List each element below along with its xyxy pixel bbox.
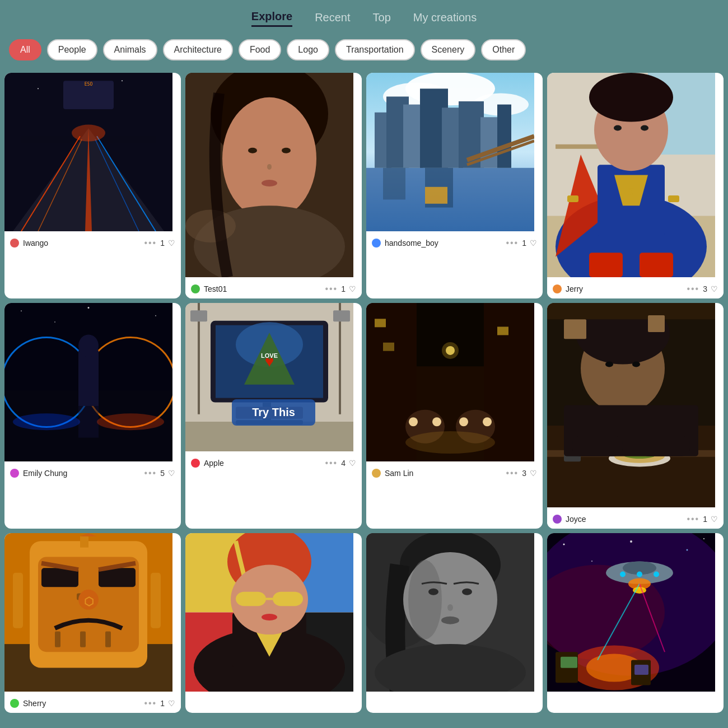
filter-people[interactable]: People bbox=[47, 39, 97, 60]
more-options[interactable]: ••• bbox=[506, 238, 519, 248]
heart-icon[interactable]: ♡ bbox=[530, 239, 537, 248]
heart-icon[interactable]: ♡ bbox=[168, 699, 175, 708]
try-this-button[interactable]: Try This bbox=[232, 399, 315, 426]
svg-point-167 bbox=[563, 544, 565, 545]
more-options[interactable]: ••• bbox=[144, 698, 157, 708]
card-c4[interactable]: S Jerry ••• bbox=[547, 73, 724, 298]
heart-icon[interactable]: ♡ bbox=[711, 284, 718, 293]
svg-rect-117 bbox=[640, 436, 690, 456]
card-image bbox=[366, 303, 543, 464]
card-image bbox=[185, 533, 362, 694]
card-c11[interactable] bbox=[366, 533, 543, 713]
filter-architecture[interactable]: Architecture bbox=[163, 39, 233, 60]
nav-top[interactable]: Top bbox=[373, 11, 391, 26]
more-options[interactable]: ••• bbox=[144, 238, 157, 248]
svg-rect-92 bbox=[383, 343, 394, 351]
filter-transportation[interactable]: Transportation bbox=[335, 39, 415, 60]
nav-my-creations[interactable]: My creations bbox=[413, 11, 477, 26]
card-c3[interactable]: handsome_boy ••• 1 ♡ bbox=[366, 73, 543, 298]
card-user-info: handsome_boy bbox=[372, 239, 438, 248]
card-footer: Sam Lin ••• 3 ♡ bbox=[366, 464, 543, 483]
svg-rect-132 bbox=[55, 631, 60, 647]
more-options[interactable]: ••• bbox=[325, 284, 338, 294]
svg-rect-118 bbox=[547, 303, 715, 319]
card-footer: Iwango ••• 1 ♡ bbox=[4, 234, 181, 253]
svg-point-114 bbox=[632, 362, 640, 367]
heart-icon[interactable]: ♡ bbox=[530, 469, 537, 478]
more-options[interactable]: ••• bbox=[325, 458, 338, 468]
card-image bbox=[547, 303, 724, 510]
svg-point-102 bbox=[405, 431, 495, 454]
card-actions: ••• 1 ♡ bbox=[325, 284, 356, 294]
svg-point-151 bbox=[262, 614, 277, 620]
filter-animals[interactable]: Animals bbox=[103, 39, 157, 60]
card-footer: Test01 ••• 1 ♡ bbox=[185, 279, 362, 298]
card-actions: ••• 1 ♡ bbox=[144, 698, 175, 708]
svg-point-66 bbox=[97, 413, 164, 430]
username: Emily Chung bbox=[23, 469, 67, 478]
card-c10[interactable] bbox=[185, 533, 362, 713]
nav-recent[interactable]: Recent bbox=[315, 11, 350, 26]
svg-point-16 bbox=[222, 97, 316, 220]
svg-rect-134 bbox=[105, 631, 111, 647]
svg-rect-136 bbox=[151, 573, 161, 628]
filter-logo[interactable]: Logo bbox=[287, 39, 329, 60]
card-c5[interactable]: Emily Chung ••• 5 ♡ bbox=[4, 303, 181, 529]
card-c6[interactable]: ♥ LOVE Try This Apple bbox=[185, 303, 362, 529]
card-user-info: Jerry bbox=[553, 284, 583, 293]
avatar bbox=[553, 515, 562, 524]
like-count: 4 bbox=[341, 459, 346, 468]
svg-point-95 bbox=[446, 346, 455, 355]
svg-rect-41 bbox=[425, 187, 447, 204]
avatar bbox=[10, 239, 19, 248]
svg-rect-85 bbox=[333, 310, 350, 321]
svg-rect-90 bbox=[484, 303, 534, 461]
filter-food[interactable]: Food bbox=[239, 39, 281, 60]
card-image: S bbox=[547, 73, 724, 279]
more-options[interactable]: ••• bbox=[144, 468, 157, 478]
svg-rect-64 bbox=[78, 406, 99, 438]
username: Sherry bbox=[23, 699, 46, 708]
card-user-info: Iwango bbox=[10, 239, 48, 248]
filter-other[interactable]: Other bbox=[481, 39, 526, 60]
svg-rect-185 bbox=[634, 665, 648, 675]
svg-rect-120 bbox=[648, 315, 665, 332]
card-c12[interactable] bbox=[547, 533, 724, 713]
card-c2[interactable]: Test01 ••• 1 ♡ bbox=[185, 73, 362, 298]
card-image bbox=[547, 533, 724, 694]
card-image bbox=[366, 73, 543, 234]
svg-point-63 bbox=[78, 334, 99, 357]
filter-all[interactable]: All bbox=[9, 39, 41, 60]
card-actions: ••• 4 ♡ bbox=[325, 458, 356, 468]
svg-point-100 bbox=[459, 417, 468, 426]
card-c7[interactable]: Sam Lin ••• 3 ♡ bbox=[366, 303, 543, 529]
heart-icon[interactable]: ♡ bbox=[168, 469, 175, 478]
heart-icon[interactable]: ♡ bbox=[349, 459, 356, 468]
card-c8[interactable]: Joyce ••• 1 ♡ bbox=[547, 303, 724, 529]
nav-explore[interactable]: Explore bbox=[251, 10, 292, 27]
more-options[interactable]: ••• bbox=[687, 514, 699, 524]
card-c9[interactable]: ⬡ Sherry ••• 1 ♡ bbox=[4, 533, 181, 713]
svg-rect-149 bbox=[273, 592, 303, 606]
card-c1[interactable]: ESO Iwango ••• 1 ♡ bbox=[4, 73, 181, 298]
svg-point-113 bbox=[605, 362, 613, 367]
avatar bbox=[191, 459, 200, 468]
like-count: 3 bbox=[703, 284, 707, 293]
heart-icon[interactable]: ♡ bbox=[349, 284, 356, 293]
svg-point-160 bbox=[447, 604, 453, 611]
more-options[interactable]: ••• bbox=[687, 284, 699, 294]
card-actions: ••• 5 ♡ bbox=[144, 468, 175, 478]
card-footer: Apple ••• 4 ♡ bbox=[185, 454, 362, 473]
svg-rect-73 bbox=[185, 422, 353, 451]
svg-point-65 bbox=[13, 413, 80, 430]
heart-icon[interactable]: ♡ bbox=[711, 515, 718, 524]
svg-rect-116 bbox=[572, 436, 623, 456]
more-options[interactable]: ••• bbox=[506, 468, 519, 478]
card-footer: Sherry ••• 1 ♡ bbox=[4, 694, 181, 713]
heart-icon[interactable]: ♡ bbox=[168, 239, 175, 248]
username: Sam Lin bbox=[385, 469, 413, 478]
like-count: 1 bbox=[341, 284, 346, 293]
filter-scenery[interactable]: Scenery bbox=[421, 39, 476, 60]
svg-rect-125 bbox=[80, 536, 88, 548]
svg-text:S: S bbox=[628, 184, 634, 198]
